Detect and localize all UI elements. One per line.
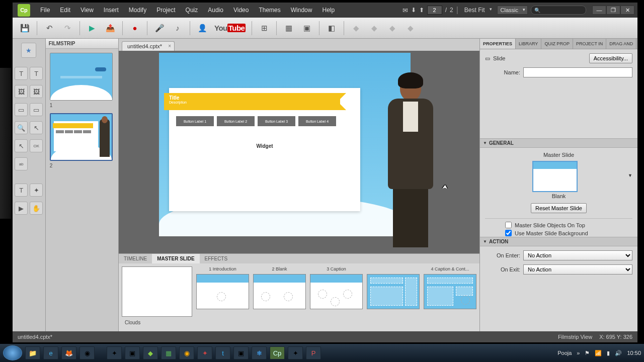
- slide-thumb-2[interactable]: [50, 113, 113, 161]
- powerpoint-icon[interactable]: P: [306, 346, 321, 359]
- app-icon-2[interactable]: ▣: [125, 346, 140, 359]
- app-icon-6[interactable]: ✦: [197, 346, 212, 359]
- star-tool[interactable]: ★: [21, 43, 36, 58]
- textbox-tool[interactable]: ab: [15, 157, 28, 170]
- effect-tool[interactable]: ✦: [30, 184, 43, 197]
- publish-button[interactable]: 📤: [102, 21, 118, 36]
- text-caption-tool[interactable]: T: [15, 67, 28, 80]
- quiz-prop-tab[interactable]: QUIZ PROP: [541, 39, 573, 49]
- button-tool[interactable]: OK: [30, 139, 43, 152]
- master-thumb-3[interactable]: [310, 274, 363, 309]
- arrange3-button[interactable]: ◆: [384, 21, 400, 36]
- menu-view[interactable]: View: [75, 5, 99, 16]
- library-tab[interactable]: LIBRARY: [516, 39, 541, 49]
- menu-audio[interactable]: Audio: [203, 5, 228, 16]
- text-entry-tool[interactable]: T: [30, 67, 43, 80]
- action-section[interactable]: ACTION: [480, 237, 637, 246]
- start-button[interactable]: [3, 345, 22, 360]
- preview-button[interactable]: ▶: [84, 21, 100, 36]
- theme-thumb[interactable]: [122, 266, 192, 317]
- app-icon-3[interactable]: ◆: [143, 346, 158, 359]
- explorer-icon[interactable]: 📁: [25, 346, 40, 359]
- menu-edit[interactable]: Edit: [55, 5, 75, 16]
- reset-master-button[interactable]: Reset Master Slide: [531, 203, 587, 213]
- menu-video[interactable]: Video: [228, 5, 254, 16]
- clock[interactable]: 10:50: [627, 350, 641, 356]
- accessibility-button[interactable]: Accessibility...: [589, 53, 632, 63]
- wifi-icon[interactable]: 📶: [595, 350, 602, 356]
- use-bg-checkbox[interactable]: [505, 230, 512, 236]
- tab-button-1[interactable]: Button Label 1: [176, 116, 214, 126]
- page-input[interactable]: [427, 6, 442, 15]
- menu-project[interactable]: Project: [151, 5, 180, 16]
- general-section[interactable]: GENERAL: [480, 138, 637, 148]
- firefox-icon[interactable]: 🦊: [61, 346, 76, 359]
- mail-icon[interactable]: ✉: [403, 7, 408, 14]
- menu-help[interactable]: Help: [317, 5, 340, 16]
- close-button[interactable]: ✕: [620, 6, 634, 15]
- search-input[interactable]: 🔍: [531, 6, 586, 15]
- app-icon-4[interactable]: ▦: [161, 346, 176, 359]
- drag-tab[interactable]: DRAG AND: [606, 39, 636, 49]
- app-icon-5[interactable]: ◉: [179, 346, 194, 359]
- rollover-tool[interactable]: ▭: [30, 103, 43, 116]
- content-card[interactable]: Title Description Button Label 1 Button …: [169, 88, 360, 211]
- zoom-select[interactable]: Best Fit: [461, 6, 494, 15]
- battery-icon[interactable]: ▮: [607, 350, 610, 356]
- undo-button[interactable]: ↶: [41, 21, 57, 36]
- hand-tool[interactable]: ✋: [30, 202, 43, 215]
- onexit-select[interactable]: No Action: [523, 264, 632, 275]
- app-icon-9[interactable]: ❄: [252, 346, 267, 359]
- prev-page-icon[interactable]: ⬇: [411, 7, 416, 14]
- objects-on-top-checkbox[interactable]: [505, 222, 512, 228]
- music-button[interactable]: ♪: [170, 21, 186, 36]
- widgets-button[interactable]: ⊞: [256, 21, 272, 36]
- audio-button[interactable]: 🎤: [151, 21, 168, 36]
- workspace-select[interactable]: Classic: [497, 6, 528, 15]
- project-info-tab[interactable]: PROJECT IN: [573, 39, 606, 49]
- chrome-icon[interactable]: ◉: [79, 346, 95, 359]
- menu-insert[interactable]: Insert: [99, 5, 124, 16]
- volume-icon[interactable]: 🔊: [615, 350, 622, 356]
- effects-tab[interactable]: EFFECTS: [200, 254, 233, 263]
- close-tab-icon[interactable]: ×: [168, 43, 171, 49]
- slide-stage[interactable]: Title Description Button Label 1 Button …: [159, 53, 411, 236]
- snap-button[interactable]: ▣: [299, 21, 315, 36]
- slide-thumb-1[interactable]: [50, 53, 113, 101]
- save-button[interactable]: 💾: [17, 21, 33, 36]
- zoom-tool[interactable]: 🔍: [15, 121, 28, 134]
- master-thumb-1[interactable]: [196, 274, 249, 309]
- animation-tool[interactable]: T: [15, 184, 28, 197]
- onenter-select[interactable]: No Action: [523, 250, 632, 260]
- arrange2-button[interactable]: ◆: [366, 21, 382, 36]
- timeline-tab[interactable]: TIMELINE: [119, 254, 152, 263]
- record-button[interactable]: ●: [127, 21, 143, 36]
- video-tool[interactable]: ▶: [15, 202, 28, 215]
- ie-icon[interactable]: e: [43, 346, 58, 359]
- tab-button-4[interactable]: Button Label 4: [298, 116, 336, 126]
- click-tool[interactable]: ↖: [15, 139, 28, 152]
- tab-button-3[interactable]: Button Label 3: [258, 116, 295, 126]
- captivate-taskbar-icon[interactable]: Cp: [270, 346, 285, 359]
- character-image[interactable]: [380, 75, 441, 241]
- mouse-tool[interactable]: ↖: [30, 121, 43, 134]
- title-ribbon[interactable]: Title Description: [164, 93, 340, 110]
- highlight-tool[interactable]: ▭: [15, 103, 28, 116]
- menu-quiz[interactable]: Quiz: [181, 5, 203, 16]
- app-icon-1[interactable]: ✦: [107, 346, 122, 359]
- layout-button[interactable]: ◧: [324, 21, 340, 36]
- app-icon-10[interactable]: ✦: [288, 346, 303, 359]
- master-thumb-2[interactable]: [253, 274, 306, 309]
- image-tool[interactable]: 🖼: [15, 85, 28, 98]
- redo-button[interactable]: ↷: [59, 21, 75, 36]
- tab-button-2[interactable]: Button Label 2: [217, 116, 255, 126]
- tray-flag-icon[interactable]: ⚑: [585, 350, 590, 356]
- name-input[interactable]: [523, 67, 632, 77]
- master-thumb-5[interactable]: [424, 274, 476, 309]
- master-thumb-4[interactable]: [367, 274, 420, 309]
- next-page-icon[interactable]: ⬆: [419, 7, 424, 14]
- menu-modify[interactable]: Modify: [124, 5, 151, 16]
- minimize-button[interactable]: —: [592, 6, 606, 15]
- properties-tab[interactable]: PROPERTIES: [480, 39, 516, 49]
- arrange4-button[interactable]: ◆: [403, 21, 419, 36]
